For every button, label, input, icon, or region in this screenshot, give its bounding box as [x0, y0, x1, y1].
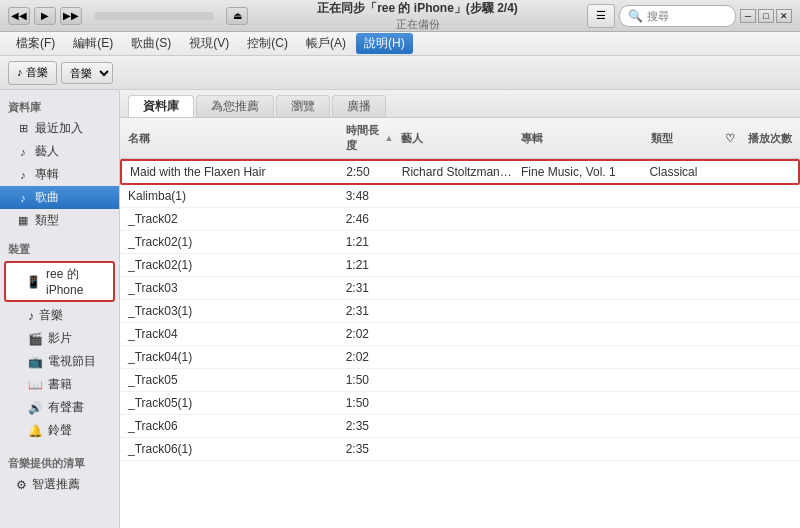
track-album [517, 353, 646, 361]
col-header-album[interactable]: 專輯 [517, 121, 646, 155]
playback-controls[interactable]: ◀◀ ▶ ▶▶ ⏏ [8, 7, 248, 25]
table-row[interactable]: _Track02(1) 1:21 [120, 231, 800, 254]
menu-control[interactable]: 控制(C) [239, 33, 296, 54]
table-row[interactable]: Kalimba(1) 3:48 [120, 185, 800, 208]
menu-edit[interactable]: 編輯(E) [65, 33, 121, 54]
close-button[interactable]: ✕ [776, 9, 792, 23]
sidebar-item-label: 最近加入 [35, 120, 83, 137]
device-music[interactable]: ♪ 音樂 [0, 304, 119, 327]
tab-browse[interactable]: 瀏覽 [276, 95, 330, 117]
track-heart [721, 330, 745, 338]
search-box[interactable]: 🔍 [619, 5, 736, 27]
track-genre [647, 399, 721, 407]
track-album [517, 284, 646, 292]
sidebar-item-songs[interactable]: ♪ 歌曲 [0, 186, 119, 209]
track-artist [397, 215, 517, 223]
device-books-label: 書籍 [48, 376, 72, 393]
col-header-name[interactable]: 名稱 [120, 121, 342, 155]
title-bar-right[interactable]: ☰ 🔍 ─ □ ✕ [587, 4, 792, 28]
sidebar-item-albums[interactable]: ♪ 專輯 [0, 163, 119, 186]
genius-label: 智選推薦 [32, 476, 80, 493]
device-audiobooks[interactable]: 🔊 有聲書 [0, 396, 119, 419]
track-plays [744, 445, 800, 453]
recent-icon: ⊞ [16, 122, 30, 135]
menu-file[interactable]: 檔案(F) [8, 33, 63, 54]
track-duration: 2:31 [342, 300, 398, 322]
device-audiobooks-label: 有聲書 [48, 399, 84, 416]
track-genre: Classical [645, 161, 719, 183]
track-name: _Track05 [120, 369, 342, 391]
device-books[interactable]: 📖 書籍 [0, 373, 119, 396]
tab-radio[interactable]: 廣播 [332, 95, 386, 117]
maximize-button[interactable]: □ [758, 9, 774, 23]
menu-view[interactable]: 視現(V) [181, 33, 237, 54]
track-artist: Richard Stoltzman/... [398, 161, 517, 183]
eject-button[interactable]: ⏏ [226, 7, 248, 25]
track-name: Kalimba(1) [120, 185, 342, 207]
track-genre [647, 376, 721, 384]
col-header-duration[interactable]: 時間長度 ▲ [342, 121, 398, 155]
track-plays [744, 261, 800, 269]
sidebar-item-genius[interactable]: ⚙ 智選推薦 [0, 473, 119, 496]
play-button[interactable]: ▶ [34, 7, 56, 25]
device-video[interactable]: 🎬 影片 [0, 327, 119, 350]
track-heart [721, 399, 745, 407]
track-plays [744, 422, 800, 430]
tab-library[interactable]: 資料庫 [128, 95, 194, 117]
table-row[interactable]: _Track04(1) 2:02 [120, 346, 800, 369]
sidebar-item-artists[interactable]: ♪ 藝人 [0, 140, 119, 163]
col-header-genre[interactable]: 類型 [647, 121, 721, 155]
sidebar-item-genres[interactable]: ▦ 類型 [0, 209, 119, 232]
track-artist [397, 445, 517, 453]
track-name: _Track02 [120, 208, 342, 230]
track-album [517, 238, 646, 246]
track-name: _Track03(1) [120, 300, 342, 322]
table-row[interactable]: _Track03(1) 2:31 [120, 300, 800, 323]
track-heart [721, 261, 745, 269]
col-header-artist[interactable]: 藝人 [397, 121, 517, 155]
table-row[interactable]: _Track06 2:35 [120, 415, 800, 438]
track-heart [721, 215, 745, 223]
track-artist [397, 284, 517, 292]
menu-icon-button[interactable]: ☰ [587, 4, 615, 28]
device-audiobooks-icon: 🔊 [28, 401, 43, 415]
back-button[interactable]: ◀◀ [8, 7, 30, 25]
table-row[interactable]: _Track05(1) 1:50 [120, 392, 800, 415]
col-header-plays[interactable]: 播放次數 [744, 121, 800, 155]
tab-recommended[interactable]: 為您推薦 [196, 95, 274, 117]
track-artist [397, 353, 517, 361]
sidebar-item-recent[interactable]: ⊞ 最近加入 [0, 117, 119, 140]
artist-icon: ♪ [16, 146, 30, 158]
table-row[interactable]: Maid with the Flaxen Hair 2:50 Richard S… [120, 159, 800, 185]
table-row[interactable]: _Track02(1) 1:21 [120, 254, 800, 277]
table-row[interactable]: _Track04 2:02 [120, 323, 800, 346]
col-header-heart[interactable]: ♡ [721, 121, 745, 155]
device-tv[interactable]: 📺 電視節目 [0, 350, 119, 373]
library-section-title: 資料庫 [0, 94, 119, 117]
genre-icon: ▦ [16, 214, 30, 227]
minimize-button[interactable]: ─ [740, 9, 756, 23]
menu-help[interactable]: 說明(H) [356, 33, 413, 54]
table-header: 名稱 時間長度 ▲ 藝人 專輯 類型 ♡ 播 [120, 118, 800, 159]
window-controls[interactable]: ─ □ ✕ [740, 9, 792, 23]
sidebar-item-label: 類型 [35, 212, 59, 229]
music-select[interactable]: 音樂 [61, 62, 113, 84]
table-row[interactable]: _Track05 1:50 [120, 369, 800, 392]
sidebar-item-label: 專輯 [35, 166, 59, 183]
search-input[interactable] [647, 10, 727, 22]
track-album [517, 445, 646, 453]
next-button[interactable]: ▶▶ [60, 7, 82, 25]
music-button[interactable]: ♪ 音樂 [8, 61, 57, 85]
track-duration: 2:31 [342, 277, 398, 299]
table-row[interactable]: _Track03 2:31 [120, 277, 800, 300]
iphone-device-item[interactable]: 📱 ree 的 iPhone [4, 261, 115, 302]
menu-songs[interactable]: 歌曲(S) [123, 33, 179, 54]
track-duration: 3:48 [342, 185, 398, 207]
main-content: 資料庫 ⊞ 最近加入 ♪ 藝人 ♪ 專輯 ♪ 歌曲 ▦ 類型 裝置 📱 ree … [0, 90, 800, 528]
track-artist [397, 261, 517, 269]
menu-account[interactable]: 帳戶(A) [298, 33, 354, 54]
table-row[interactable]: _Track06(1) 2:35 [120, 438, 800, 461]
device-ringtones[interactable]: 🔔 鈴聲 [0, 419, 119, 442]
table-row[interactable]: _Track02 2:46 [120, 208, 800, 231]
genius-icon: ⚙ [16, 478, 27, 492]
